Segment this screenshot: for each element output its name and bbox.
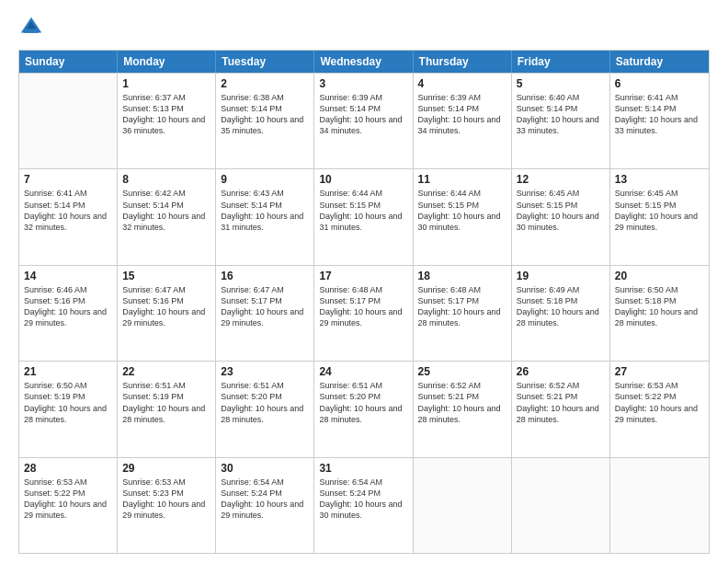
day-number: 25 (418, 365, 506, 378)
day-cell-1: 1Sunrise: 6:37 AM Sunset: 5:13 PM Daylig… (118, 74, 216, 168)
svg-rect-2 (25, 29, 38, 32)
day-number: 22 (122, 365, 210, 378)
weekday-header-sunday: Sunday (19, 51, 118, 73)
weekday-header-friday: Friday (512, 51, 610, 73)
day-detail: Sunrise: 6:48 AM Sunset: 5:17 PM Dayligh… (319, 284, 407, 329)
day-detail: Sunrise: 6:45 AM Sunset: 5:15 PM Dayligh… (615, 188, 704, 233)
day-detail: Sunrise: 6:42 AM Sunset: 5:14 PM Dayligh… (122, 188, 210, 233)
day-cell-11: 11Sunrise: 6:44 AM Sunset: 5:15 PM Dayli… (414, 169, 512, 264)
day-cell-8: 8Sunrise: 6:42 AM Sunset: 5:14 PM Daylig… (118, 169, 216, 264)
day-number: 24 (319, 365, 407, 378)
day-cell-28: 28Sunrise: 6:53 AM Sunset: 5:22 PM Dayli… (19, 458, 118, 553)
day-number: 31 (319, 462, 407, 475)
day-number: 21 (24, 365, 112, 378)
day-cell-13: 13Sunrise: 6:45 AM Sunset: 5:15 PM Dayli… (610, 169, 709, 264)
day-detail: Sunrise: 6:39 AM Sunset: 5:14 PM Dayligh… (418, 92, 506, 137)
day-cell-18: 18Sunrise: 6:48 AM Sunset: 5:17 PM Dayli… (414, 266, 512, 361)
day-number: 26 (517, 365, 605, 378)
calendar-row-1: 1Sunrise: 6:37 AM Sunset: 5:13 PM Daylig… (19, 73, 709, 168)
day-detail: Sunrise: 6:44 AM Sunset: 5:15 PM Dayligh… (319, 188, 407, 233)
day-detail: Sunrise: 6:51 AM Sunset: 5:20 PM Dayligh… (319, 380, 407, 425)
day-number: 28 (24, 462, 112, 475)
day-number: 9 (221, 173, 309, 186)
day-cell-3: 3Sunrise: 6:39 AM Sunset: 5:14 PM Daylig… (314, 74, 413, 168)
day-cell-24: 24Sunrise: 6:51 AM Sunset: 5:20 PM Dayli… (314, 362, 413, 456)
day-cell-14: 14Sunrise: 6:46 AM Sunset: 5:16 PM Dayli… (19, 266, 118, 361)
day-detail: Sunrise: 6:45 AM Sunset: 5:15 PM Dayligh… (517, 188, 605, 233)
day-number: 29 (122, 462, 210, 475)
day-cell-29: 29Sunrise: 6:53 AM Sunset: 5:23 PM Dayli… (118, 458, 216, 553)
day-detail: Sunrise: 6:40 AM Sunset: 5:14 PM Dayligh… (517, 92, 605, 137)
day-detail: Sunrise: 6:54 AM Sunset: 5:24 PM Dayligh… (319, 477, 407, 522)
day-detail: Sunrise: 6:53 AM Sunset: 5:22 PM Dayligh… (615, 380, 704, 425)
day-number: 20 (615, 270, 704, 282)
day-detail: Sunrise: 6:44 AM Sunset: 5:15 PM Dayligh… (418, 188, 506, 233)
weekday-header-thursday: Thursday (414, 51, 512, 73)
day-cell-26: 26Sunrise: 6:52 AM Sunset: 5:21 PM Dayli… (512, 362, 610, 456)
day-detail: Sunrise: 6:53 AM Sunset: 5:23 PM Dayligh… (122, 477, 210, 522)
day-number: 17 (319, 270, 407, 282)
day-cell-6: 6Sunrise: 6:41 AM Sunset: 5:14 PM Daylig… (610, 74, 709, 168)
day-number: 2 (221, 77, 309, 90)
day-number: 30 (221, 462, 309, 475)
calendar: SundayMondayTuesdayWednesdayThursdayFrid… (18, 50, 710, 554)
calendar-row-2: 7Sunrise: 6:41 AM Sunset: 5:14 PM Daylig… (19, 168, 709, 264)
day-detail: Sunrise: 6:52 AM Sunset: 5:21 PM Dayligh… (517, 380, 605, 425)
day-cell-5: 5Sunrise: 6:40 AM Sunset: 5:14 PM Daylig… (512, 74, 610, 168)
day-detail: Sunrise: 6:37 AM Sunset: 5:13 PM Dayligh… (122, 92, 210, 137)
calendar-row-4: 21Sunrise: 6:50 AM Sunset: 5:19 PM Dayli… (19, 361, 709, 456)
day-detail: Sunrise: 6:41 AM Sunset: 5:14 PM Dayligh… (615, 92, 704, 137)
day-detail: Sunrise: 6:54 AM Sunset: 5:24 PM Dayligh… (221, 477, 309, 522)
empty-cell (512, 458, 610, 553)
day-number: 27 (615, 365, 704, 378)
day-number: 18 (418, 270, 506, 282)
header (18, 15, 710, 40)
day-number: 14 (24, 270, 112, 282)
calendar-header: SundayMondayTuesdayWednesdayThursdayFrid… (19, 51, 709, 73)
day-detail: Sunrise: 6:51 AM Sunset: 5:20 PM Dayligh… (221, 380, 309, 425)
day-detail: Sunrise: 6:48 AM Sunset: 5:17 PM Dayligh… (418, 284, 506, 329)
day-detail: Sunrise: 6:49 AM Sunset: 5:18 PM Dayligh… (517, 284, 605, 329)
logo-icon (18, 15, 44, 40)
day-cell-9: 9Sunrise: 6:43 AM Sunset: 5:14 PM Daylig… (216, 169, 314, 264)
page: SundayMondayTuesdayWednesdayThursdayFrid… (0, 0, 728, 563)
day-cell-21: 21Sunrise: 6:50 AM Sunset: 5:19 PM Dayli… (19, 362, 118, 456)
day-detail: Sunrise: 6:47 AM Sunset: 5:16 PM Dayligh… (122, 284, 210, 329)
day-cell-23: 23Sunrise: 6:51 AM Sunset: 5:20 PM Dayli… (216, 362, 314, 456)
day-number: 1 (122, 77, 210, 90)
day-detail: Sunrise: 6:41 AM Sunset: 5:14 PM Dayligh… (24, 188, 112, 233)
day-detail: Sunrise: 6:53 AM Sunset: 5:22 PM Dayligh… (24, 477, 112, 522)
day-number: 19 (517, 270, 605, 282)
day-detail: Sunrise: 6:43 AM Sunset: 5:14 PM Dayligh… (221, 188, 309, 233)
weekday-header-monday: Monday (118, 51, 216, 73)
day-number: 11 (418, 173, 506, 186)
day-number: 13 (615, 173, 704, 186)
day-detail: Sunrise: 6:46 AM Sunset: 5:16 PM Dayligh… (24, 284, 112, 329)
day-cell-12: 12Sunrise: 6:45 AM Sunset: 5:15 PM Dayli… (512, 169, 610, 264)
day-cell-19: 19Sunrise: 6:49 AM Sunset: 5:18 PM Dayli… (512, 266, 610, 361)
day-cell-7: 7Sunrise: 6:41 AM Sunset: 5:14 PM Daylig… (19, 169, 118, 264)
day-detail: Sunrise: 6:50 AM Sunset: 5:18 PM Dayligh… (615, 284, 704, 329)
day-cell-10: 10Sunrise: 6:44 AM Sunset: 5:15 PM Dayli… (314, 169, 413, 264)
day-cell-31: 31Sunrise: 6:54 AM Sunset: 5:24 PM Dayli… (314, 458, 413, 553)
day-cell-2: 2Sunrise: 6:38 AM Sunset: 5:14 PM Daylig… (216, 74, 314, 168)
day-detail: Sunrise: 6:39 AM Sunset: 5:14 PM Dayligh… (319, 92, 407, 137)
day-number: 8 (122, 173, 210, 186)
day-number: 16 (221, 270, 309, 282)
day-detail: Sunrise: 6:51 AM Sunset: 5:19 PM Dayligh… (122, 380, 210, 425)
empty-cell (610, 458, 709, 553)
day-cell-25: 25Sunrise: 6:52 AM Sunset: 5:21 PM Dayli… (414, 362, 512, 456)
empty-cell (414, 458, 512, 553)
day-cell-16: 16Sunrise: 6:47 AM Sunset: 5:17 PM Dayli… (216, 266, 314, 361)
day-detail: Sunrise: 6:38 AM Sunset: 5:14 PM Dayligh… (221, 92, 309, 137)
day-number: 10 (319, 173, 407, 186)
weekday-header-tuesday: Tuesday (216, 51, 314, 73)
weekday-header-wednesday: Wednesday (314, 51, 413, 73)
day-number: 3 (319, 77, 407, 90)
day-number: 23 (221, 365, 309, 378)
day-cell-15: 15Sunrise: 6:47 AM Sunset: 5:16 PM Dayli… (118, 266, 216, 361)
day-cell-27: 27Sunrise: 6:53 AM Sunset: 5:22 PM Dayli… (610, 362, 709, 456)
day-number: 4 (418, 77, 506, 90)
day-cell-22: 22Sunrise: 6:51 AM Sunset: 5:19 PM Dayli… (118, 362, 216, 456)
day-cell-17: 17Sunrise: 6:48 AM Sunset: 5:17 PM Dayli… (314, 266, 413, 361)
